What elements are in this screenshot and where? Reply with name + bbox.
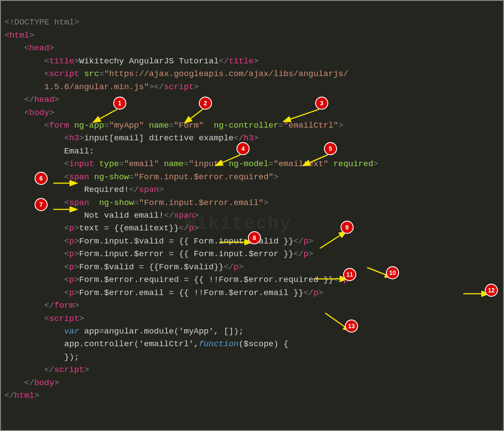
annotation-badge-7: 7 — [35, 198, 48, 211]
annotation-badge-12: 12 — [485, 284, 498, 297]
code-line: <form ng-app="myApp" name="Form" ng-cont… — [4, 121, 343, 130]
code-line: <html> — [4, 31, 34, 40]
code-line: <title>Wikitechy AngularJS Tutorial</tit… — [4, 56, 259, 66]
code-line: var app=angular.module('myApp', []); — [4, 327, 243, 336]
annotation-badge-5: 5 — [324, 142, 337, 155]
code-line: <p>Form.input.$valid = {{ Form.input.$va… — [4, 236, 313, 246]
annotation-badge-9: 9 — [341, 221, 354, 234]
annotation-badge-6: 6 — [35, 172, 48, 185]
code-line: app.controller('emailCtrl',function($sco… — [4, 339, 288, 349]
code-line: <input type="email" name="input" ng-mode… — [4, 159, 378, 169]
code-line: </script> — [4, 365, 89, 375]
annotation-badge-8: 8 — [248, 231, 261, 244]
code-line: </form> — [4, 301, 79, 310]
code-line: <p>Form.$error.required = {{ !!Form.$err… — [4, 275, 353, 285]
code-line: <script> — [4, 314, 84, 323]
annotation-badge-3: 3 — [315, 97, 328, 110]
code-screenshot: Wikitechy <!DOCTYPE html> <html> <head> … — [0, 0, 504, 431]
code-line: Required!</span> — [4, 185, 164, 195]
annotation-badge-2: 2 — [199, 97, 212, 110]
annotation-badge-13: 13 — [345, 320, 358, 333]
code-line: }); — [4, 352, 79, 362]
code-line: Email: — [4, 146, 94, 156]
annotation-badge-1: 1 — [113, 97, 126, 110]
code-line: <p>Form.$error.email = {{ !!Form.$error.… — [4, 288, 323, 298]
code-line: <p>text = {{emailtext}}</p> — [4, 223, 199, 233]
code-line: <h3>input[email] directive example</h3> — [4, 133, 259, 143]
code-block: <!DOCTYPE html> <html> <head> <title>Wik… — [4, 3, 500, 403]
annotation-badge-4: 4 — [236, 142, 250, 155]
code-line: </body> — [4, 378, 59, 388]
code-line: <head> — [4, 43, 54, 53]
code-line: 1.5.6/angular.min.js"></script> — [4, 82, 199, 92]
annotation-badge-11: 11 — [343, 268, 356, 281]
code-line: Not valid email!</span> — [4, 211, 199, 220]
code-line: <body> — [4, 108, 54, 118]
code-line: </head> — [4, 95, 59, 104]
code-line: <!DOCTYPE html> — [4, 17, 79, 27]
code-line: <script src="https://ajax.googleapis.com… — [4, 69, 348, 79]
code-line: </html> — [4, 391, 39, 400]
annotation-badge-10: 10 — [386, 266, 399, 279]
code-line: <p>Form.input.$error = {{ Form.input.$er… — [4, 249, 313, 259]
code-line: <p>Form.$valid = {{Form.$valid}}</p> — [4, 262, 243, 272]
